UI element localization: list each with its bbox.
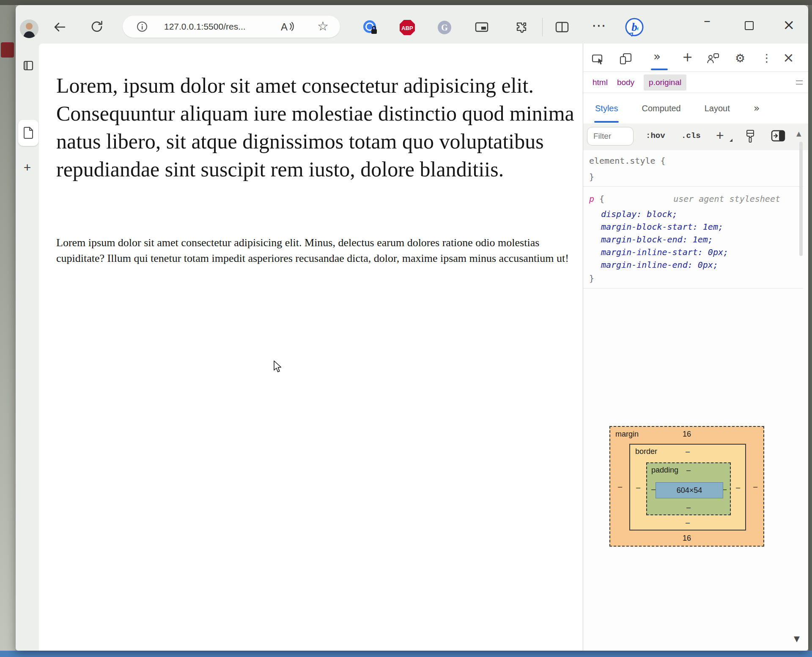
address-bar[interactable]: 127.0.0.1:5500/res... A ☆ (123, 16, 340, 38)
css-declaration[interactable]: margin-block-start: 1em; (583, 220, 799, 233)
extensions-button[interactable] (515, 21, 528, 34)
inspect-cursor-icon (592, 53, 604, 65)
element-class-toggle[interactable]: .cls (681, 131, 701, 140)
svg-text:G: G (441, 23, 448, 32)
element-style-selector: element.style (589, 156, 656, 166)
add-panel-button[interactable]: + (682, 49, 693, 64)
pseudo-state-toggle[interactable]: :hov (646, 131, 665, 140)
padding-left-value[interactable]: – (651, 484, 656, 493)
tab-styles[interactable]: Styles (595, 93, 618, 124)
breadcrumb-body[interactable]: body (617, 78, 634, 87)
box-model-diagram[interactable]: margin 16 16 – – border – – – – padd (609, 426, 764, 547)
more-tabs-chevron[interactable]: » (754, 93, 760, 124)
margin-top-value[interactable]: 16 (610, 430, 763, 439)
margin-left-value[interactable]: – (618, 482, 622, 491)
profile-avatar[interactable] (20, 19, 38, 38)
grammar-extension-icon[interactable]: G (436, 19, 453, 36)
screen: 127.0.0.1:5500/res... A ☆ (0, 0, 812, 657)
panel-toggle-icon (771, 129, 785, 142)
g-extension-icon: G (436, 19, 453, 36)
devtools-settings-button[interactable]: ⚙ (735, 52, 745, 65)
settings-menu-button[interactable]: ⋯ (592, 17, 606, 34)
border-bottom-value[interactable]: – (630, 518, 745, 527)
box-model-margin[interactable]: margin 16 16 – – border – – – – padd (609, 426, 764, 547)
cursor-arrow-icon (272, 360, 283, 373)
toolbar-divider (542, 18, 543, 36)
desktop-bottom-strip (0, 651, 812, 657)
url-text[interactable]: 127.0.0.1:5500/res... (164, 16, 246, 38)
device-emulation-button[interactable] (620, 53, 632, 65)
read-aloud-button[interactable]: A (280, 20, 296, 33)
new-style-rule-button[interactable]: + (716, 128, 724, 143)
rule-selector: p (589, 194, 594, 204)
close-window-button[interactable]: × (783, 16, 795, 33)
scroll-down-arrow[interactable]: ▼ (794, 634, 800, 643)
panel-drag-handle-icon[interactable] (796, 80, 803, 85)
reload-button[interactable] (90, 20, 104, 33)
border-left-value[interactable]: – (636, 483, 640, 492)
styles-filter-bar: :hov .cls + (583, 124, 808, 151)
open-quick-view-button[interactable] (771, 129, 785, 142)
css-declaration[interactable]: display: block; (583, 208, 799, 220)
element-style-rule[interactable]: element.style { (583, 154, 799, 167)
site-info-icon[interactable] (136, 21, 148, 33)
breadcrumb-selected-node[interactable]: p.original (644, 74, 686, 91)
feedback-icon (707, 53, 719, 64)
border-right-value[interactable]: – (736, 483, 740, 492)
more-panels-tab[interactable]: » (653, 49, 661, 63)
margin-right-value[interactable]: – (753, 482, 757, 491)
desktop-top-strip (0, 0, 812, 5)
scrollbar-thumb[interactable] (799, 142, 803, 256)
rule-close-brace: } (583, 272, 799, 285)
page-heading-paragraph: Lorem, ipsum dolor sit amet consectetur … (56, 71, 583, 183)
reload-icon (90, 20, 104, 33)
favorite-star-icon[interactable]: ☆ (317, 19, 329, 33)
breadcrumb-html[interactable]: html (593, 78, 608, 87)
vertical-tabs-sidebar: + (16, 42, 39, 651)
active-tab-button[interactable] (18, 120, 38, 146)
style-filter-input[interactable] (587, 127, 634, 146)
read-aloud-icon: A (280, 20, 296, 33)
css-declaration[interactable]: margin-inline-start: 0px; (583, 246, 799, 258)
rule-origin: user agent stylesheet (673, 192, 780, 205)
tab-computed[interactable]: Computed (642, 93, 680, 124)
minimize-button[interactable]: – (704, 13, 710, 29)
feedback-button[interactable] (707, 53, 719, 64)
ua-rule-selector-line[interactable]: p { user agent stylesheet (583, 192, 799, 205)
padding-bottom-value[interactable]: – (647, 503, 730, 512)
new-tab-button[interactable]: + (16, 159, 39, 176)
box-model-border[interactable]: border – – – – padding – – – – (629, 444, 746, 531)
devtools-close-button[interactable]: × (783, 49, 794, 66)
bing-chat-button[interactable]: b (623, 16, 645, 38)
picture-in-picture-button[interactable] (475, 22, 488, 32)
css-declaration[interactable]: margin-inline-end: 0px; (583, 258, 799, 271)
new-rule-dropdown-arrow[interactable] (730, 139, 732, 142)
border-top-value[interactable]: – (630, 447, 745, 456)
svg-text:A: A (281, 21, 288, 33)
padding-top-value[interactable]: – (647, 466, 730, 475)
tab-layout[interactable]: Layout (705, 93, 730, 124)
split-screen-icon (555, 22, 569, 33)
adblock-extension-icon[interactable]: ABP (399, 19, 416, 36)
scroll-up-arrow[interactable]: ▲ (796, 130, 801, 137)
avatar-image (20, 19, 38, 38)
password-extension-icon[interactable] (362, 19, 379, 36)
devtools-panel: » + ⚙ ⋮ × html body p (583, 44, 808, 651)
inspect-element-button[interactable] (592, 53, 604, 65)
back-button[interactable] (53, 21, 66, 33)
browser-toolbar: 127.0.0.1:5500/res... A ☆ (16, 5, 808, 42)
box-model-padding[interactable]: padding – – – – 604×54 (646, 462, 731, 515)
rule-divider (583, 186, 803, 187)
split-screen-button[interactable] (555, 22, 569, 33)
desktop-right-strip (808, 5, 812, 657)
format-styles-button[interactable] (744, 129, 757, 143)
element-breadcrumb: html body p.original (583, 72, 808, 93)
puzzle-icon (515, 21, 528, 34)
active-panel-underline (651, 69, 668, 70)
devtools-menu-button[interactable]: ⋮ (761, 52, 772, 64)
css-declaration[interactable]: margin-block-end: 1em; (583, 233, 799, 246)
margin-bottom-value[interactable]: 16 (610, 534, 763, 543)
maximize-button[interactable] (745, 21, 754, 30)
box-model-content[interactable]: 604×54 (656, 482, 723, 498)
tab-actions-button[interactable] (23, 60, 34, 71)
